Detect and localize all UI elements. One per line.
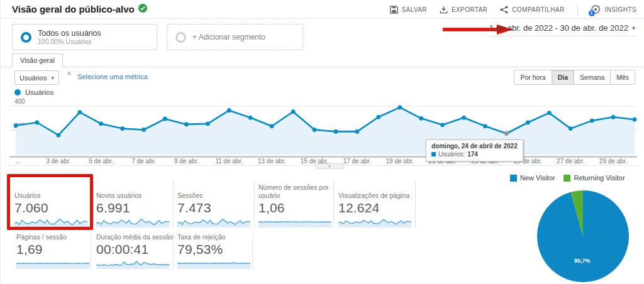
visitor-type-pie-chart[interactable]: 95,7%: [534, 187, 635, 284]
card-new-users[interactable]: Novos usuários 6.991: [96, 173, 173, 227]
card-label: Páginas / sessão: [16, 233, 92, 241]
timeline-collapse-handle[interactable]: ▾: [315, 163, 344, 169]
card-label: Número de sessões por usuário: [258, 183, 334, 200]
series-dot-icon: [14, 89, 21, 96]
verified-check-icon: [138, 4, 147, 14]
card-bounce-rate[interactable]: Taxa de rejeição 79,53%: [177, 231, 254, 269]
granularity-month-button[interactable]: Mês: [610, 70, 635, 84]
page-title-text: Visão geral do público-alvo: [12, 4, 135, 14]
svg-text:3 de abr.: 3 de abr.: [46, 158, 70, 165]
insights-label: INSIGHTS: [605, 6, 636, 13]
card-value: 00:00:41: [96, 242, 173, 257]
granularity-buttons: Por hora Dia Semana Mês: [514, 70, 635, 85]
returning-visitor-swatch-icon: [564, 175, 570, 182]
insights-badge: 1: [589, 10, 595, 16]
tab-divider: [1, 67, 644, 67]
caret-down-icon: ▾: [51, 75, 54, 81]
pie-legend: New Visitor Returning Visitor: [510, 174, 625, 182]
card-sparkline: [96, 258, 169, 269]
users-line-chart[interactable]: 200400...3 de abr.5 de abr.7 de abr.9 de…: [6, 97, 640, 165]
card-pages-per-session[interactable]: Páginas / sessão 1,69: [16, 231, 93, 269]
share-label: COMPARTILHAR: [512, 6, 564, 13]
date-range-label: 1 de abr. de 2022 - 30 de abr. de 2022: [489, 23, 628, 33]
svg-text:9 de abr.: 9 de abr.: [174, 158, 199, 165]
card-sparkline: [338, 216, 411, 227]
card-sparkline: [177, 258, 250, 269]
card-sparkline: [16, 258, 89, 269]
card-divider: [91, 234, 91, 269]
card-value: 7.060: [14, 200, 91, 216]
card-sparkline: [177, 216, 250, 227]
toolbar-separator: [577, 4, 578, 14]
toolbar-actions: SALVAR EXPORTAR COMPARTILHAR 1: [390, 0, 636, 19]
card-divider: [93, 181, 94, 227]
card-divider: [333, 181, 334, 227]
save-label: SALVAR: [402, 6, 427, 13]
add-segment-button[interactable]: + Adicionar segmento: [167, 24, 303, 50]
svg-text:95,7%: 95,7%: [574, 258, 591, 264]
export-label: EXPORTAR: [452, 6, 487, 13]
card-value: 12.624: [338, 200, 415, 216]
card-label: Novos usuários: [96, 192, 172, 200]
card-sparkline: [258, 216, 331, 227]
export-button[interactable]: EXPORTAR: [440, 6, 487, 14]
card-value: 6.991: [96, 200, 173, 216]
page-title: Visão geral do público-alvo: [12, 4, 147, 14]
granularity-hour-button[interactable]: Por hora: [514, 70, 551, 84]
svg-text:7 de abr.: 7 de abr.: [131, 158, 156, 165]
download-icon: [440, 6, 448, 14]
tooltip-series-label: Usuários:: [438, 151, 465, 158]
granularity-day-button[interactable]: Dia: [552, 70, 574, 84]
card-divider: [415, 181, 416, 227]
tab-overview[interactable]: Visão geral: [12, 53, 63, 67]
save-icon: [390, 6, 398, 14]
card-value: 1,06: [258, 200, 335, 216]
segment-subtitle: 100,00% Usuários: [38, 38, 101, 45]
remove-metric-button[interactable]: X: [67, 70, 71, 77]
granularity-week-button[interactable]: Semana: [574, 70, 610, 84]
card-divider: [252, 234, 253, 269]
segment-title: Todos os usuários: [38, 29, 101, 38]
legend-new-visitor: New Visitor: [510, 174, 555, 182]
svg-text:17 de abr.: 17 de abr.: [343, 158, 371, 165]
tooltip-date: domingo, 24 de abril de 2022: [431, 143, 518, 150]
card-users[interactable]: Usuários 7.060: [14, 173, 91, 227]
card-sessions[interactable]: Sessões 7.473: [177, 173, 254, 227]
svg-text:...: ...: [16, 158, 21, 165]
card-pageviews[interactable]: Visualizações de página 12.624: [338, 173, 415, 227]
svg-text:27 de abr.: 27 de abr.: [557, 158, 584, 165]
legend-returning-visitor: Returning Visitor: [564, 174, 625, 182]
legend-label: New Visitor: [520, 174, 555, 182]
card-label: Visualizações de página: [338, 192, 414, 200]
card-divider: [173, 234, 174, 269]
share-button[interactable]: COMPARTILHAR: [500, 6, 564, 14]
chart-tooltip: domingo, 24 de abril de 2022 Usuários: 1…: [426, 139, 523, 161]
card-value: 1,69: [16, 242, 93, 257]
tooltip-value: 174: [467, 151, 478, 158]
card-label: Duração média da sessão: [96, 233, 172, 241]
segment-all-users[interactable]: Todos os usuários 100,00% Usuários: [12, 24, 157, 50]
card-sparkline: [14, 216, 87, 227]
card-label: Usuários: [14, 192, 90, 200]
insights-icon: 1: [591, 4, 601, 14]
card-value: 79,53%: [177, 242, 254, 257]
card-divider: [173, 181, 174, 227]
card-avg-session-duration[interactable]: Duração média da sessão 00:00:41: [96, 231, 173, 269]
select-metric-link[interactable]: Selecione uma métrica: [77, 73, 148, 80]
card-divider: [254, 181, 255, 227]
new-visitor-swatch-icon: [510, 175, 517, 182]
date-range-selector[interactable]: 1 de abr. de 2022 - 30 de abr. de 2022 ▾: [489, 23, 635, 36]
chart-legend: Usuários: [14, 89, 53, 96]
insights-button[interactable]: 1 INSIGHTS: [591, 4, 636, 14]
metric-dropdown-value: Usuários: [19, 74, 47, 82]
svg-text:13 de abr.: 13 de abr.: [258, 158, 286, 165]
top-toolbar: Visão geral do público-alvo SALVAR EXPOR…: [1, 0, 644, 19]
metric-dropdown[interactable]: Usuários ▾: [14, 70, 59, 85]
save-button[interactable]: SALVAR: [390, 6, 427, 14]
caret-down-icon: ▾: [632, 25, 635, 31]
svg-text:11 de abr.: 11 de abr.: [215, 158, 243, 165]
card-sessions-per-user[interactable]: Número de sessões por usuário 1,06: [258, 173, 335, 227]
add-segment-ring-icon: [175, 32, 186, 43]
tab-overview-label: Visão geral: [20, 57, 55, 64]
card-label: Taxa de rejeição: [177, 233, 253, 241]
